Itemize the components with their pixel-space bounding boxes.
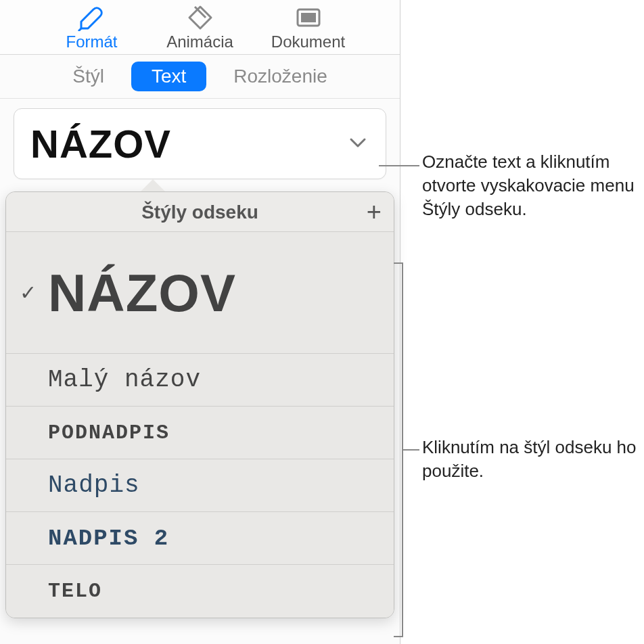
callout-leader bbox=[403, 449, 419, 451]
paragraph-style-selector-container: NÁZOV bbox=[14, 108, 386, 179]
style-row-nazov[interactable]: ✓ NÁZOV bbox=[6, 232, 394, 354]
style-name: PODNADPIS bbox=[48, 421, 170, 444]
tab-arrange[interactable]: Rozloženie bbox=[213, 62, 348, 91]
paragraph-style-current: NÁZOV bbox=[30, 121, 171, 166]
toolbar-label: Animácia bbox=[166, 32, 233, 51]
style-name: Nadpis bbox=[48, 472, 140, 499]
style-name: TELO bbox=[48, 580, 102, 603]
svg-rect-1 bbox=[301, 13, 316, 22]
paragraph-styles-popover: Štýly odseku + ✓ NÁZOV Malý názov PODNAD… bbox=[5, 191, 394, 618]
callout-bracket bbox=[394, 636, 403, 637]
toolbar-item-format[interactable]: Formát bbox=[48, 4, 136, 51]
chevron-down-icon bbox=[349, 137, 367, 151]
style-row-maly-nazov[interactable]: Malý názov bbox=[6, 354, 394, 407]
format-sub-tabs: Štýl Text Rozloženie bbox=[0, 55, 400, 99]
popover-title-text: Štýly odseku bbox=[141, 202, 258, 223]
tab-style[interactable]: Štýl bbox=[52, 62, 124, 91]
popover-title: Štýly odseku + bbox=[6, 192, 394, 232]
format-brush-icon bbox=[76, 4, 108, 31]
animate-diamond-icon bbox=[185, 4, 216, 31]
tab-text[interactable]: Text bbox=[131, 62, 206, 91]
inspector-top-toolbar: Formát Animácia Dokument bbox=[0, 0, 400, 55]
toolbar-label: Formát bbox=[66, 32, 117, 51]
callout-leader bbox=[379, 165, 419, 166]
style-name: NÁZOV bbox=[48, 267, 236, 319]
paragraph-style-list: ✓ NÁZOV Malý názov PODNADPIS Nadpis NADP… bbox=[6, 232, 394, 618]
callout-text: Kliknutím na štýl odseku ho použite. bbox=[422, 436, 644, 483]
check-icon: ✓ bbox=[20, 281, 48, 304]
toolbar-label: Dokument bbox=[271, 32, 345, 51]
style-name: Malý názov bbox=[48, 366, 201, 394]
document-rect-icon bbox=[293, 4, 324, 31]
style-row-nadpis[interactable]: Nadpis bbox=[6, 459, 394, 512]
format-inspector-panel: Formát Animácia Dokument Štýl Text bbox=[0, 0, 400, 644]
style-name: NADPIS 2 bbox=[48, 526, 169, 551]
add-style-button[interactable]: + bbox=[367, 199, 382, 225]
popover-notch bbox=[141, 179, 165, 191]
style-row-nadpis-2[interactable]: NADPIS 2 bbox=[6, 512, 394, 565]
callout-bracket bbox=[394, 262, 403, 264]
paragraph-style-selector[interactable]: NÁZOV bbox=[14, 108, 386, 179]
toolbar-item-animate[interactable]: Animácia bbox=[156, 4, 244, 51]
callout-text: Označte text a kliknutím otvorte vyskako… bbox=[422, 150, 644, 221]
style-row-telo[interactable]: TELO bbox=[6, 565, 394, 618]
toolbar-item-document[interactable]: Dokument bbox=[264, 4, 352, 51]
style-row-podnadpis[interactable]: PODNADPIS bbox=[6, 407, 394, 459]
